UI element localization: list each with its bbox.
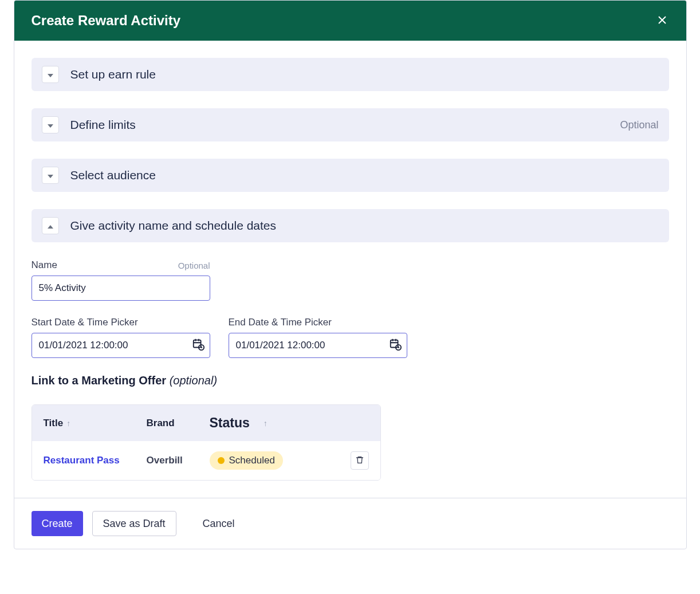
section-limits-tag: Optional <box>620 119 658 131</box>
offer-table-header: Title ↑ Brand Status ↑ <box>32 405 380 441</box>
section-earn-rule-title: Set up earn rule <box>70 68 659 81</box>
section-limits-title: Define limits <box>70 118 620 132</box>
close-icon <box>658 13 667 27</box>
create-reward-activity-modal: Create Reward Activity Set up earn rule … <box>14 0 687 549</box>
chevron-down-icon <box>48 170 53 180</box>
trash-icon <box>355 455 364 466</box>
collapse-schedule-button[interactable] <box>42 217 59 234</box>
sort-up-icon: ↑ <box>264 419 268 428</box>
expand-limits-button[interactable] <box>42 116 59 133</box>
section-audience-title: Select audience <box>70 168 659 182</box>
name-field-row: Name Optional <box>32 259 669 301</box>
offer-brand: Overbill <box>147 455 210 466</box>
section-limits: Define limits Optional <box>32 108 669 141</box>
modal-body: Set up earn rule Define limits Optional … <box>14 41 686 481</box>
name-label: Name <box>32 259 57 271</box>
cancel-button[interactable]: Cancel <box>192 511 245 536</box>
expand-earn-rule-button[interactable] <box>42 66 59 83</box>
end-date-input[interactable] <box>229 333 407 358</box>
sort-up-icon: ↑ <box>66 419 70 428</box>
link-offer-heading-main: Link to a Marketing Offer <box>32 374 170 387</box>
delete-offer-button[interactable] <box>351 451 369 470</box>
col-title-label: Title <box>44 418 64 429</box>
modal-footer: Create Save as Draft Cancel <box>14 498 686 549</box>
link-offer-heading: Link to a Marketing Offer (optional) <box>32 374 669 387</box>
start-date-input[interactable] <box>32 333 210 358</box>
offer-title-link[interactable]: Restaurant Pass <box>44 455 120 466</box>
modal-header: Create Reward Activity <box>14 1 686 41</box>
status-label: Scheduled <box>229 455 275 466</box>
date-fields-row: Start Date & Time Picker End Date & Time <box>32 317 669 358</box>
status-dot-icon <box>218 457 225 464</box>
offer-table: Title ↑ Brand Status ↑ Restaurant Pass O… <box>32 404 381 481</box>
link-offer-heading-optional: (optional) <box>170 374 217 387</box>
col-status-label: Status <box>210 415 250 431</box>
chevron-up-icon <box>48 221 53 231</box>
end-date-field: End Date & Time Picker <box>229 317 407 358</box>
col-status-header[interactable]: Status ↑ <box>210 415 313 431</box>
section-schedule-title: Give activity name and schedule dates <box>70 219 659 233</box>
create-button[interactable]: Create <box>32 511 83 536</box>
end-date-label: End Date & Time Picker <box>229 317 407 328</box>
section-earn-rule: Set up earn rule <box>32 58 669 91</box>
name-input[interactable] <box>32 276 210 301</box>
start-date-label: Start Date & Time Picker <box>32 317 210 328</box>
col-title-header[interactable]: Title ↑ <box>44 418 147 429</box>
modal-title: Create Reward Activity <box>32 13 181 29</box>
close-button[interactable] <box>655 12 669 29</box>
save-draft-button[interactable]: Save as Draft <box>92 511 176 536</box>
start-date-field: Start Date & Time Picker <box>32 317 210 358</box>
expand-audience-button[interactable] <box>42 167 59 184</box>
chevron-down-icon <box>48 69 53 80</box>
col-brand-header: Brand <box>147 418 210 429</box>
offer-table-row: Restaurant Pass Overbill Scheduled <box>32 441 380 480</box>
section-schedule: Give activity name and schedule dates <box>32 209 669 242</box>
chevron-down-icon <box>48 120 53 130</box>
name-optional-hint: Optional <box>178 261 210 270</box>
status-badge: Scheduled <box>210 451 283 470</box>
section-audience: Select audience <box>32 159 669 192</box>
